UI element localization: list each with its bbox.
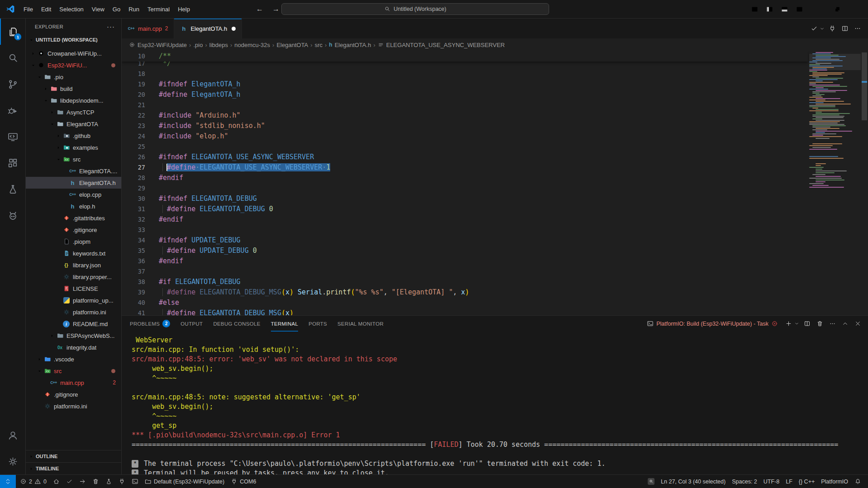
tree-item-.gitattributes[interactable]: .gitattributes bbox=[26, 212, 121, 224]
tree-item-readme.md[interactable]: iREADME.md bbox=[26, 318, 121, 330]
breadcrumb-item[interactable]: hElegantOTA.h bbox=[329, 42, 371, 48]
more-actions-button[interactable] bbox=[852, 23, 863, 34]
terminal-task-item[interactable]: PlatformIO: Build (Esp32-WiFiUpdate) - T… bbox=[647, 320, 778, 327]
split-terminal-button[interactable] bbox=[802, 318, 813, 329]
tree-item-platformio.ini[interactable]: platformio.ini bbox=[26, 306, 121, 318]
tree-item-asynctcp[interactable]: AsyncTCP bbox=[26, 106, 121, 118]
tree-item-platformio.ini[interactable]: platformio.ini bbox=[26, 400, 121, 412]
com-port-selector[interactable]: COM6 bbox=[228, 475, 259, 488]
tree-item-espasyncwebs...[interactable]: ESPAsyncWebS... bbox=[26, 330, 121, 341]
panel-tab-terminal[interactable]: TERMINAL bbox=[271, 316, 299, 332]
tree-item-library.proper...[interactable]: library.proper... bbox=[26, 271, 121, 283]
tree-item-src[interactable]: src bbox=[26, 365, 121, 377]
workspace-section-header[interactable]: UNTITLED (WORKSPACE) bbox=[26, 34, 121, 45]
activity-extensions[interactable] bbox=[0, 150, 25, 176]
customize-layout-icon[interactable] bbox=[749, 3, 761, 15]
encoding[interactable]: UTF-8 bbox=[760, 479, 783, 485]
terminal-command-decoration[interactable]: * bbox=[132, 460, 138, 468]
breadcrumb-item[interactable]: ElegantOTA bbox=[276, 42, 308, 48]
close-window-button[interactable] bbox=[848, 0, 868, 18]
panel-tab-serial-monitor[interactable]: SERIAL MONITOR bbox=[337, 316, 384, 332]
activity-testing[interactable] bbox=[0, 176, 25, 202]
explorer-more-actions[interactable]: ··· bbox=[107, 23, 115, 30]
tree-item-elegantota.h[interactable]: hElegantOTA.h bbox=[26, 177, 121, 189]
panel-tab-debug-console[interactable]: DEBUG CONSOLE bbox=[213, 316, 260, 332]
pio-env-selector[interactable]: Default (Esp32-WiFiUpdate) bbox=[142, 475, 228, 488]
command-center-search[interactable]: Untitled (Workspace) bbox=[281, 3, 549, 15]
close-panel-button[interactable] bbox=[852, 318, 863, 329]
language-mode[interactable]: {} C++ bbox=[796, 479, 818, 485]
tree-item-esp32-wifiu...[interactable]: Esp32-WiFiU... bbox=[26, 59, 121, 71]
tab-main.cpp[interactable]: C++main.cpp2 bbox=[122, 19, 174, 38]
outline-section[interactable]: OUTLINE bbox=[26, 450, 121, 462]
breadcrumb-item[interactable]: nodemcu-32s bbox=[234, 42, 270, 48]
upload-plug-button[interactable] bbox=[826, 23, 838, 34]
pio-test-button[interactable] bbox=[102, 475, 115, 488]
menu-selection[interactable]: Selection bbox=[55, 4, 87, 14]
terminal-output[interactable]: WebServersrc/main.cpp: In function 'void… bbox=[122, 332, 868, 474]
split-editor-button[interactable] bbox=[839, 23, 851, 34]
tree-item-platformio-up...[interactable]: platformio_up... bbox=[26, 294, 121, 306]
problems-status[interactable]: 20 bbox=[17, 475, 50, 488]
menu-view[interactable]: View bbox=[88, 4, 109, 14]
terminal-command-decoration[interactable]: * bbox=[132, 469, 138, 474]
tree-item-crowpanel-wifiup...[interactable]: Crowpanel-WiFiUp... bbox=[26, 47, 121, 59]
panel-more-button[interactable] bbox=[827, 318, 838, 329]
tree-item-elop.cpp[interactable]: C++elop.cpp bbox=[26, 189, 121, 200]
tree-item-.gitignore[interactable]: .gitignore bbox=[26, 224, 121, 236]
tree-item-libdeps-nodem...[interactable]: libdeps\nodem... bbox=[26, 95, 121, 106]
pio-home-button[interactable] bbox=[50, 475, 63, 488]
breadcrumb-item[interactable]: src bbox=[315, 42, 323, 48]
tree-item-elegantota....[interactable]: C++ElegantOTA.... bbox=[26, 165, 121, 177]
terminal-dropdown-button[interactable] bbox=[793, 318, 800, 329]
restore-button[interactable] bbox=[827, 0, 848, 18]
tree-item-src[interactable]: src bbox=[26, 153, 121, 165]
remote-indicator[interactable] bbox=[0, 475, 16, 488]
notifications-bell[interactable] bbox=[851, 478, 864, 485]
panel-tab-output[interactable]: OUTPUT bbox=[180, 316, 203, 332]
panel-tab-ports[interactable]: PORTS bbox=[308, 316, 327, 332]
activity-remote-explorer[interactable] bbox=[0, 123, 25, 150]
tree-item-.gitignore[interactable]: .gitignore bbox=[26, 389, 121, 400]
activity-platformio[interactable] bbox=[0, 202, 25, 228]
zoom-indicator[interactable] bbox=[645, 478, 658, 485]
toggle-sidebar-icon[interactable] bbox=[764, 3, 776, 15]
pio-build-button[interactable] bbox=[63, 475, 76, 488]
tree-item-elegantota[interactable]: ElegantOTA bbox=[26, 118, 121, 130]
pio-serial-monitor-button[interactable] bbox=[115, 475, 128, 488]
platformio-status[interactable]: PlatformIO bbox=[818, 479, 851, 485]
tree-item-.piopm[interactable]: .piopm bbox=[26, 236, 121, 247]
menu-help[interactable]: Help bbox=[174, 4, 194, 14]
toggle-secondary-sidebar-icon[interactable] bbox=[793, 3, 806, 15]
timeline-section[interactable]: TIMELINE bbox=[26, 462, 121, 474]
run-dropdown-button[interactable] bbox=[818, 23, 825, 34]
breadcrumb-item[interactable]: Esp32-WiFiUpdate bbox=[129, 42, 187, 48]
pio-clean-button[interactable] bbox=[89, 475, 102, 488]
nav-forward-button[interactable]: → bbox=[272, 5, 280, 13]
activity-settings[interactable] bbox=[0, 448, 25, 474]
editor-scrollbar[interactable] bbox=[862, 52, 867, 120]
tree-item-.github[interactable]: .github bbox=[26, 130, 121, 142]
tree-item-.pio[interactable]: .pio bbox=[26, 71, 121, 83]
menu-file[interactable]: File bbox=[19, 4, 37, 14]
tree-item-main.cpp[interactable]: C++main.cpp2 bbox=[26, 377, 121, 389]
activity-source-control[interactable] bbox=[0, 71, 25, 97]
tree-item-build[interactable]: build bbox=[26, 83, 121, 95]
minimize-button[interactable] bbox=[807, 0, 827, 18]
breadcrumb-item[interactable]: ELEGANTOTA_USE_ASYNC_WEBSERVER bbox=[378, 42, 505, 48]
menu-terminal[interactable]: Terminal bbox=[143, 4, 174, 14]
modified-dot-icon[interactable] bbox=[232, 27, 236, 31]
tab-elegantota.h[interactable]: hElegantOTA.h bbox=[174, 19, 242, 38]
activity-search[interactable] bbox=[0, 45, 25, 71]
tree-item-license[interactable]: LICENSE bbox=[26, 283, 121, 294]
tree-item-integrity.dat[interactable]: 0xintegrity.dat bbox=[26, 341, 121, 353]
nav-back-button[interactable]: ← bbox=[256, 5, 263, 13]
tree-item-examples[interactable]: examples bbox=[26, 142, 121, 153]
breadcrumb-item[interactable]: libdeps bbox=[209, 42, 228, 48]
panel-tab-problems[interactable]: PROBLEMS2 bbox=[130, 316, 170, 332]
pio-upload-button[interactable] bbox=[76, 475, 89, 488]
pio-terminal-button[interactable] bbox=[128, 475, 142, 488]
tree-item-library.json[interactable]: {}library.json bbox=[26, 259, 121, 271]
cursor-position[interactable]: Ln 27, Col 3 (40 selected) bbox=[658, 479, 729, 485]
activity-explorer[interactable]: 1 bbox=[0, 19, 25, 45]
